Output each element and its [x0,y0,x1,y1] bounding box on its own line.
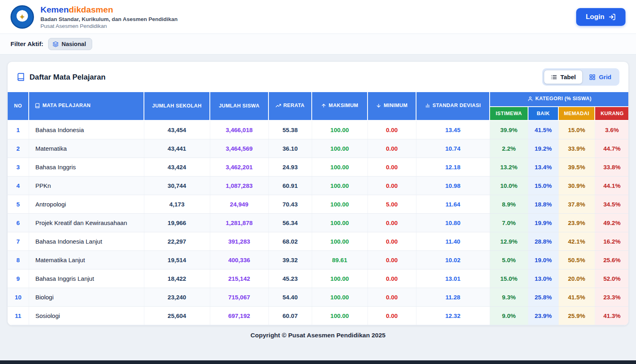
cell-memadai: 42.1% [558,232,595,250]
cell-schools: 43,441 [144,139,210,158]
cell-no: 4 [8,176,29,195]
header-istimewa: ISTIMEWA [490,107,528,120]
cell-baik: 19.0% [528,250,558,269]
cell-istimewa: 9.3% [490,288,528,306]
table-row: 9Bahasa Inggris Lanjut18,422215,14245.23… [8,269,629,288]
cell-students: 3,464,569 [210,139,268,158]
cell-mean: 45.23 [268,269,312,288]
cell-istimewa: 8.9% [490,195,528,213]
brand-title-part2: dikdasmen [69,5,113,14]
cell-baik: 13.0% [528,269,558,288]
cell-subject: Antropologi [29,195,144,213]
view-tabel-button[interactable]: Tabel [544,70,583,84]
cell-kurang: 25.6% [595,250,629,269]
header-mean: RERATA [268,92,312,120]
cell-baik: 19.2% [528,139,558,158]
table-row: 4PPKn30,7441,087,28360.91100.000.0010.98… [8,176,629,195]
cell-no: 6 [8,213,29,232]
view-grid-button[interactable]: Grid [583,70,618,84]
cell-students: 400,336 [210,250,268,269]
cell-subject: Projek Kreatif dan Kewirausahaan [29,213,144,232]
cell-subject: Sosiologi [29,306,144,325]
cell-memadai: 20.0% [558,269,595,288]
view-tabel-label: Tabel [560,74,576,80]
cell-mean: 56.34 [268,213,312,232]
cell-stddev: 11.64 [416,195,490,213]
list-icon [551,74,557,80]
cell-istimewa: 39.9% [490,120,528,139]
brand-title-part1: Kemen [40,5,69,14]
table-row: 11Sosiologi25,604697,19260.07100.000.001… [8,306,629,325]
cell-memadai: 30.9% [558,176,595,195]
cell-min: 0.00 [368,120,416,139]
cell-max: 100.00 [312,213,368,232]
header-stddev: STANDAR DEVIASI [416,92,490,120]
header-min: MINIMUM [368,92,416,120]
filter-chip-nasional[interactable]: Nasional [48,38,92,50]
cell-schools: 23,240 [144,288,210,306]
cell-subject: Matematika [29,139,144,158]
cell-max: 100.00 [312,176,368,195]
cell-schools: 4,173 [144,195,210,213]
cell-mean: 55.38 [268,120,312,139]
cell-stddev: 11.28 [416,288,490,306]
cell-students: 1,087,283 [210,176,268,195]
brand-title: Kemendikdasmen [40,4,177,15]
cell-memadai: 41.5% [558,288,595,306]
cell-istimewa: 12.9% [490,232,528,250]
cell-memadai: 23.9% [558,213,595,232]
cell-no: 1 [8,120,29,139]
cell-students: 715,067 [210,288,268,306]
app-header: ✦ Kemendikdasmen Badan Standar, Kurikulu… [0,0,636,34]
cell-max: 100.00 [312,269,368,288]
cell-max: 100.00 [312,139,368,158]
kemendikbud-logo: ✦ [11,5,34,29]
card-title: Daftar Mata Pelajaran [17,73,106,82]
cell-stddev: 10.02 [416,250,490,269]
cell-baik: 19.9% [528,213,558,232]
cell-min: 5.00 [368,195,416,213]
cell-baik: 23.9% [528,306,558,325]
book-icon [17,73,25,81]
cell-subject: PPKn [29,176,144,195]
cell-min: 0.00 [368,288,416,306]
cell-max: 100.00 [312,158,368,176]
header-kurang: KURANG [595,107,629,120]
cell-min: 0.00 [368,250,416,269]
cell-students: 697,192 [210,306,268,325]
layers-icon [53,41,59,47]
cell-no: 8 [8,250,29,269]
cell-schools: 25,604 [144,306,210,325]
table-head: NO MATA PELAJARAN JUMLAH SEKOLAH JUMLAH … [8,92,629,120]
table-row: 7Bahasa Indonesia Lanjut22,297391,28368.… [8,232,629,250]
cell-schools: 19,966 [144,213,210,232]
cell-mean: 36.10 [268,139,312,158]
cell-baik: 13.4% [528,158,558,176]
table-row: 5Antropologi4,17324,94970.43100.005.0011… [8,195,629,213]
brand-block: Kemendikdasmen Badan Standar, Kurikulum,… [40,4,177,29]
cell-subject: Biologi [29,288,144,306]
header-schools: JUMLAH SEKOLAH [144,92,210,120]
login-button-label: Login [586,13,604,21]
cell-kurang: 52.0% [595,269,629,288]
cell-min: 0.00 [368,158,416,176]
cell-min: 0.00 [368,232,416,250]
cell-students: 24,949 [210,195,268,213]
cell-min: 0.00 [368,139,416,158]
cell-kurang: 34.5% [595,195,629,213]
cell-stddev: 12.32 [416,306,490,325]
cell-students: 391,283 [210,232,268,250]
cell-stddev: 13.01 [416,269,490,288]
cell-kurang: 3.6% [595,120,629,139]
header-no: NO [8,92,29,120]
cell-subject: Bahasa Indonesia Lanjut [29,232,144,250]
cell-mean: 70.43 [268,195,312,213]
cell-mean: 60.91 [268,176,312,195]
login-button[interactable]: Login [576,8,625,26]
cell-stddev: 10.80 [416,213,490,232]
cell-baik: 28.8% [528,232,558,250]
cell-istimewa: 13.2% [490,158,528,176]
cell-no: 5 [8,195,29,213]
cell-baik: 18.8% [528,195,558,213]
cell-istimewa: 15.0% [490,269,528,288]
